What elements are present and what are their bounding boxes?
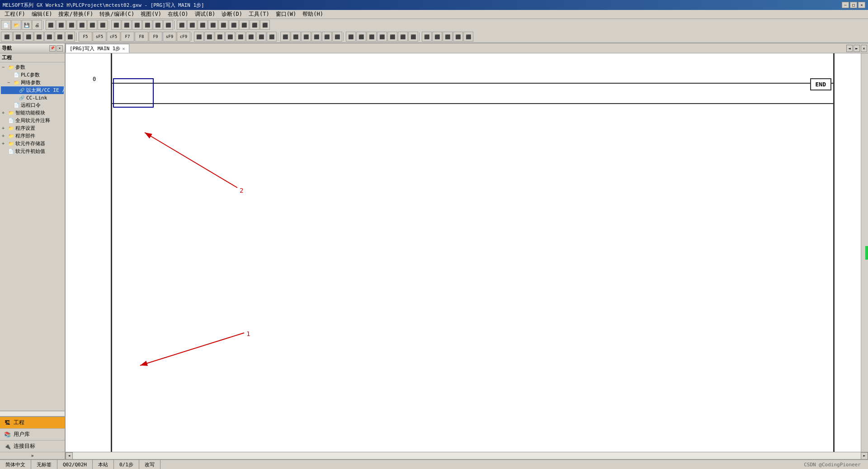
minimize-button[interactable]: —	[842, 2, 849, 8]
toolbar2-btn-27[interactable]: ⬛	[311, 32, 321, 42]
toolbar2-btn-32[interactable]: ⬛	[367, 32, 377, 42]
expand-progparts[interactable]: +	[2, 133, 7, 138]
toolbar2-btn-28[interactable]: ⬛	[322, 32, 332, 42]
menu-view[interactable]: 视图(V)	[138, 10, 164, 19]
tree-item-plcparams[interactable]: 📄 PLC参数	[1, 71, 64, 79]
toolbar2-btn-8[interactable]: F5	[79, 32, 92, 42]
toolbar-btn-16[interactable]: ⬛	[163, 20, 173, 30]
menu-diagnose[interactable]: 诊断(D)	[219, 10, 245, 19]
nav-tab-project[interactable]: 🏗 工程	[0, 417, 65, 429]
tree-item-devinit[interactable]: 📄 软元件初始值	[1, 147, 64, 155]
tab-close-btn[interactable]: ✕	[122, 46, 125, 51]
nav-tab-connection[interactable]: 🔌 连接目标	[0, 441, 65, 452]
toolbar2-btn-10[interactable]: cF5	[107, 32, 120, 42]
tab-nav-left-btn[interactable]: ◄	[846, 45, 853, 52]
menu-edit[interactable]: 编辑(E)	[29, 10, 55, 19]
toolbar-btn-24[interactable]: ⬛	[250, 20, 259, 30]
toolbar2-btn-2[interactable]: ⬛	[13, 32, 23, 42]
toolbar-btn-13[interactable]: ⬛	[132, 20, 142, 30]
toolbar2-btn-38[interactable]: ⬛	[432, 32, 442, 42]
expand-smart[interactable]: +	[2, 110, 7, 115]
toolbar-btn-9[interactable]: ⬛	[87, 20, 97, 30]
maximize-button[interactable]: □	[850, 2, 857, 8]
toolbar2-btn-39[interactable]: ⬛	[443, 32, 453, 42]
expand-progsetting[interactable]: +	[2, 126, 7, 131]
toolbar2-btn-29[interactable]: ⬛	[332, 32, 342, 42]
toolbar2-btn-19[interactable]: ⬛	[225, 32, 235, 42]
tree-item-cclink[interactable]: 🔗 CC-Link	[1, 94, 64, 101]
toolbar-btn-22[interactable]: ⬛	[229, 20, 239, 30]
toolbar-btn-10[interactable]: ⬛	[98, 20, 108, 30]
menu-tools[interactable]: 工具(T)	[246, 10, 272, 19]
toolbar2-btn-23[interactable]: ⬛	[267, 32, 277, 42]
toolbar-btn-19[interactable]: ⬛	[198, 20, 208, 30]
nav-close-btn[interactable]: ✕	[57, 45, 63, 52]
editor-tab-main[interactable]: [PRG]写入 MAIN 1步 ✕	[66, 44, 129, 53]
toolbar-btn-20[interactable]: ⬛	[208, 20, 218, 30]
toolbar2-btn-31[interactable]: ⬛	[356, 32, 366, 42]
toolbar2-btn-34[interactable]: ⬛	[387, 32, 397, 42]
toolbar-btn-8[interactable]: ⬛	[77, 20, 87, 30]
tree-item-remote[interactable]: 📄 远程口令	[1, 101, 64, 109]
save-button[interactable]: 💾	[22, 20, 32, 30]
menu-help[interactable]: 帮助(H)	[300, 10, 326, 19]
expand-netparams[interactable]: −	[7, 80, 13, 85]
toolbar2-btn-36[interactable]: ⬛	[408, 32, 418, 42]
tree-item-progparts[interactable]: + 📁 程序部件	[1, 132, 64, 140]
toolbar2-btn-26[interactable]: ⬛	[301, 32, 311, 42]
tab-nav-close-btn[interactable]: ✕	[861, 45, 867, 52]
toolbar2-btn-11[interactable]: F7	[121, 32, 134, 42]
expand-params[interactable]: −	[2, 65, 7, 70]
toolbar2-btn-14[interactable]: sF9	[163, 32, 176, 42]
scroll-track[interactable]	[73, 452, 861, 460]
tree-item-ethernet[interactable]: 🔗 以太网/CC IE /	[1, 86, 64, 94]
toolbar2-btn-15[interactable]: cF9	[177, 32, 190, 42]
toolbar-btn-14[interactable]: ⬛	[142, 20, 152, 30]
toolbar-btn-21[interactable]: ⬛	[218, 20, 228, 30]
print-button[interactable]: 🖨	[32, 20, 42, 30]
scroll-left-btn[interactable]: ◄	[66, 452, 73, 460]
toolbar2-btn-37[interactable]: ⬛	[422, 32, 432, 42]
toolbar2-btn-33[interactable]: ⬛	[377, 32, 387, 42]
tree-item-devmem[interactable]: + 📁 软元件存储器	[1, 140, 64, 147]
h-scrollbar[interactable]: ◄ ►	[66, 452, 868, 459]
tree-item-params[interactable]: − 📁 参数	[1, 63, 64, 71]
nav-expand-button[interactable]: »	[0, 452, 65, 459]
toolbar2-btn-21[interactable]: ⬛	[246, 32, 256, 42]
menu-search[interactable]: 搜索/替换(F)	[56, 10, 96, 19]
toolbar2-btn-30[interactable]: ⬛	[346, 32, 356, 42]
toolbar-btn-6[interactable]: ⬛	[56, 20, 66, 30]
open-button[interactable]: 📂	[11, 20, 21, 30]
menu-online[interactable]: 在线(O)	[165, 10, 191, 19]
menu-convert[interactable]: 转换/编译(C)	[97, 10, 137, 19]
toolbar-btn-15[interactable]: ⬛	[153, 20, 163, 30]
tree-item-smart[interactable]: + 📁 智能功能模块	[1, 109, 64, 117]
toolbar2-btn-6[interactable]: ⬛	[55, 32, 65, 42]
new-button[interactable]: 📄	[1, 20, 11, 30]
toolbar2-btn-40[interactable]: ⬛	[453, 32, 463, 42]
toolbar2-btn-18[interactable]: ⬛	[215, 32, 225, 42]
toolbar2-btn-17[interactable]: ⬛	[204, 32, 214, 42]
nav-tab-userlib[interactable]: 📚 用户库	[0, 429, 65, 441]
toolbar2-btn-1[interactable]: ⬛	[1, 32, 13, 42]
menu-file[interactable]: 工程(F)	[2, 10, 28, 19]
toolbar2-btn-12[interactable]: F8	[135, 32, 148, 42]
toolbar2-btn-25[interactable]: ⬛	[291, 32, 301, 42]
tab-nav-right-btn[interactable]: ►	[854, 45, 860, 52]
toolbar-btn-18[interactable]: ⬛	[187, 20, 197, 30]
toolbar2-btn-20[interactable]: ⬛	[236, 32, 245, 42]
toolbar-btn-11[interactable]: ⬛	[111, 20, 121, 30]
nav-hscroll[interactable]	[0, 411, 65, 416]
toolbar2-btn-13[interactable]: F9	[149, 32, 162, 42]
expand-devmem[interactable]: +	[2, 141, 7, 146]
nav-pin-btn[interactable]: 📌	[49, 45, 56, 52]
toolbar-btn-7[interactable]: ⬛	[66, 20, 76, 30]
tree-item-global[interactable]: 📄 全局软元件注释	[1, 117, 64, 124]
menu-window[interactable]: 窗口(W)	[273, 10, 299, 19]
menu-debug[interactable]: 调试(B)	[192, 10, 218, 19]
toolbar-btn-17[interactable]: ⬛	[177, 20, 187, 30]
tree-item-progsetting[interactable]: + 📁 程序设置	[1, 124, 64, 132]
toolbar-btn-12[interactable]: ⬛	[122, 20, 132, 30]
toolbar-btn-23[interactable]: ⬛	[239, 20, 249, 30]
editor-canvas[interactable]: 0 END	[66, 53, 861, 452]
